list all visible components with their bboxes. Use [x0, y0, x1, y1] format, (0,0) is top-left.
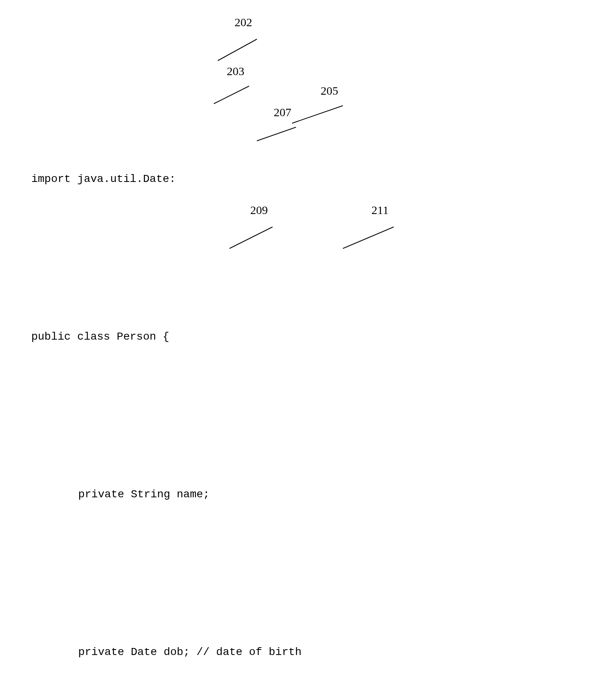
- svg-line-3: [257, 127, 296, 141]
- code-line-1: import java.util.Date:: [31, 169, 568, 189]
- code-line-3: private String name;: [31, 485, 568, 504]
- code-block: 202 import java.util.Date: 203 public cl…: [31, 31, 568, 700]
- svg-line-5: [343, 227, 394, 248]
- svg-line-1: [214, 86, 249, 104]
- leader-line-207: [231, 108, 304, 170]
- svg-line-0: [218, 39, 257, 61]
- svg-line-4: [230, 227, 273, 248]
- leader-line-209: [203, 207, 280, 277]
- leader-line-211: [317, 207, 402, 277]
- code-line-4: private Date dob; // date of birth: [31, 642, 568, 662]
- code-line-2: public class Person {: [31, 327, 568, 347]
